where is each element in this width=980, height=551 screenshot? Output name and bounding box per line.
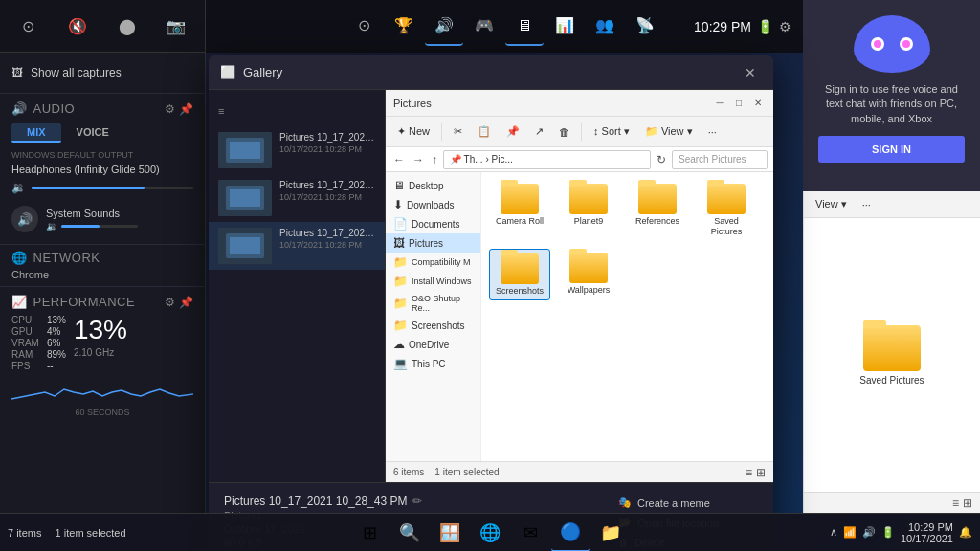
capture-item-2[interactable]: Pictures 10_17_2021 10_28_0... 10/17/202… — [209, 222, 385, 270]
achievement-icon-btn[interactable]: 🏆 — [385, 8, 423, 46]
perf-pin-icon[interactable]: 📌 — [179, 296, 193, 309]
fe-ribbon: ✦ New ✂ 📋 📌 ↗ 🗑 ↕ Sort ▾ 📁 View ▾ ··· — [386, 117, 773, 147]
fe-path-text: 📌 Th... › Pic... — [450, 154, 513, 165]
cpu-label: CPU — [11, 315, 39, 325]
audio-title: 🔊 Audio — [11, 101, 75, 116]
start-btn[interactable]: ⊞ — [350, 514, 389, 552]
controller-icon-btn[interactable]: 🎮 — [465, 8, 503, 46]
folder-icon-references — [638, 184, 677, 214]
fe-panel-grid-icon[interactable]: ⊞ — [963, 496, 972, 510]
people-icon-btn[interactable]: 👥 — [586, 8, 624, 46]
chart-icon-btn[interactable]: 📊 — [546, 8, 584, 46]
taskview-btn[interactable]: 🪟 — [431, 514, 469, 552]
mail-btn[interactable]: ✉ — [511, 514, 549, 552]
fe-panel-list-icon[interactable]: ≡ — [952, 496, 959, 510]
settings-icon[interactable]: ⚙ — [779, 19, 791, 34]
fe-sidebar-screenshots[interactable]: 📁 Screenshots — [386, 316, 480, 335]
notification-icon[interactable]: 🔔 — [959, 526, 972, 539]
fe-refresh-btn[interactable]: ↻ — [655, 153, 668, 166]
fe-share-btn[interactable]: ↗ — [529, 122, 549, 141]
taskbar-clock[interactable]: 10:29 PM 10/17/2021 — [901, 521, 953, 544]
ram-value: 89% — [47, 349, 66, 360]
fe-path-bar[interactable]: 📌 Th... › Pic... — [443, 150, 651, 169]
fe-more-btn[interactable]: ··· — [702, 123, 723, 141]
search-btn[interactable]: 🔍 — [390, 514, 429, 552]
capture-item-1[interactable]: Pictures 10_17_2021 10_28_10... 10/17/20… — [209, 174, 385, 222]
discord-panel: Sign in to use free voice and text chat … — [803, 0, 980, 191]
fe-minimize-btn[interactable]: ─ — [712, 96, 727, 111]
fe-sidebar-documents[interactable]: 📄 Documents — [386, 214, 480, 233]
explorer-btn[interactable]: 📁 — [591, 514, 630, 552]
ram-label: RAM — [11, 349, 39, 360]
fe-panel-more-btn[interactable]: ··· — [857, 196, 877, 213]
fe-paste-btn[interactable]: 📌 — [501, 122, 525, 141]
speaker-icon[interactable]: 🔊 — [862, 526, 876, 539]
perf-settings-icon[interactable]: ⚙ — [165, 296, 175, 309]
fe-view-btn[interactable]: 📁 View ▾ — [639, 122, 699, 141]
fe-sidebar-desktop[interactable]: 🖥 Desktop — [386, 176, 480, 195]
perf-icon: 📈 — [11, 295, 28, 309]
folder-icon-planet9 — [569, 184, 608, 214]
capture-icon-btn[interactable]: ⊙ — [345, 8, 383, 46]
volume-slider[interactable] — [32, 187, 193, 189]
fe-new-btn[interactable]: ✦ New — [391, 122, 435, 141]
edge-btn[interactable]: 🌐 — [471, 514, 509, 552]
fe-sidebar-oo[interactable]: 📁 O&O Shutup Re... — [386, 291, 480, 316]
audio-tab-voice[interactable]: VOICE — [61, 123, 124, 143]
fe-sidebar-installwin[interactable]: 📁 Install Windows — [386, 272, 480, 291]
fe-sidebar-thispc[interactable]: 💻 This PC — [386, 354, 480, 373]
gamebar-dot-btn[interactable]: ⬤ — [110, 9, 145, 43]
create-meme-btn[interactable]: 🎭 Create a meme — [614, 495, 758, 511]
discord-signin-btn[interactable]: SIGN IN — [818, 136, 965, 163]
fe-sidebar-pictures[interactable]: 🖼 Pictures — [386, 233, 480, 253]
fe-list-view-btn[interactable]: ≡ — [746, 466, 752, 479]
fe-search-box[interactable]: Search Pictures — [672, 150, 768, 169]
audio-tab-mix[interactable]: MIX — [11, 123, 61, 143]
fe-panel-view-btn[interactable]: View ▾ — [810, 195, 853, 213]
chevron-icon[interactable]: ∧ — [830, 526, 837, 539]
folder-references[interactable]: References — [627, 180, 688, 241]
fe-up-btn[interactable]: ↑ — [430, 153, 439, 166]
fe-back-btn[interactable]: ← — [391, 153, 407, 166]
audio-settings-icon[interactable]: ⚙ — [165, 102, 175, 116]
pictures-icon: 🖼 — [393, 236, 405, 250]
chrome-btn[interactable]: 🔵 — [551, 514, 590, 552]
fe-copy-btn[interactable]: 📋 — [472, 122, 497, 141]
fe-maximize-btn[interactable]: □ — [731, 96, 746, 111]
filename-edit-icon[interactable]: ✏ — [412, 495, 422, 508]
xbox-overlay-bar: ⊙ 🏆 🔊 🎮 🖥 📊 👥 📡 10:29 PM 🔋 ⚙ — [206, 0, 803, 53]
gamebar-capture-btn[interactable]: ⊙ — [11, 9, 46, 43]
gamebar-mute-btn[interactable]: 🔇 — [60, 9, 95, 43]
gamebar-cam-btn[interactable]: 📷 — [159, 9, 193, 43]
folder-saved-pictures[interactable]: Saved Pictures — [696, 180, 757, 241]
captures-section: 🖼 Show all captures — [0, 53, 205, 94]
fe-sidebar-downloads[interactable]: ⬇ Downloads — [386, 195, 480, 214]
volume-icon-btn[interactable]: 🔊 — [425, 8, 463, 46]
fe-cut-btn[interactable]: ✂ — [448, 122, 468, 141]
folder-screenshots[interactable]: Screenshots — [489, 249, 550, 301]
system-sounds-vol-slider[interactable] — [61, 225, 138, 228]
fe-sidebar-onedrive[interactable]: ☁ OneDrive — [386, 335, 480, 354]
audio-pin-icon[interactable]: 📌 — [179, 102, 193, 116]
onedrive-icon: ☁ — [393, 338, 405, 351]
saved-folder-item[interactable]: Saved Pictures — [859, 325, 924, 386]
downloads-icon: ⬇ — [393, 198, 403, 211]
fe-forward-btn[interactable]: → — [411, 153, 426, 166]
svg-rect-2 — [230, 142, 260, 159]
fe-sort-btn[interactable]: ↕ Sort ▾ — [588, 122, 635, 141]
fe-grid-view-btn[interactable]: ⊞ — [756, 466, 766, 479]
gallery-close-btn[interactable]: ✕ — [739, 61, 762, 84]
xbox-time: 10:29 PM — [694, 19, 751, 34]
oo-icon: 📁 — [393, 297, 408, 310]
monitor-icon-btn[interactable]: 🖥 — [505, 8, 544, 46]
system-sounds-label: System Sounds — [46, 208, 138, 219]
fe-delete-btn[interactable]: 🗑 — [553, 123, 575, 141]
capture-item-0[interactable]: Pictures 10_17_2021 10_28_4... 10/17/202… — [209, 126, 385, 174]
folder-wallpapers[interactable]: Wallpapers — [558, 249, 619, 301]
show-all-captures-btn[interactable]: 🖼 Show all captures — [0, 60, 205, 85]
folder-camera-roll[interactable]: Camera Roll — [489, 180, 550, 241]
fe-sidebar-compatibility[interactable]: 📁 Compatibility M — [386, 253, 480, 272]
folder-planet9[interactable]: Planet9 — [558, 180, 619, 241]
broadcast-icon-btn[interactable]: 📡 — [626, 8, 664, 46]
fe-close-btn[interactable]: ✕ — [750, 96, 766, 111]
